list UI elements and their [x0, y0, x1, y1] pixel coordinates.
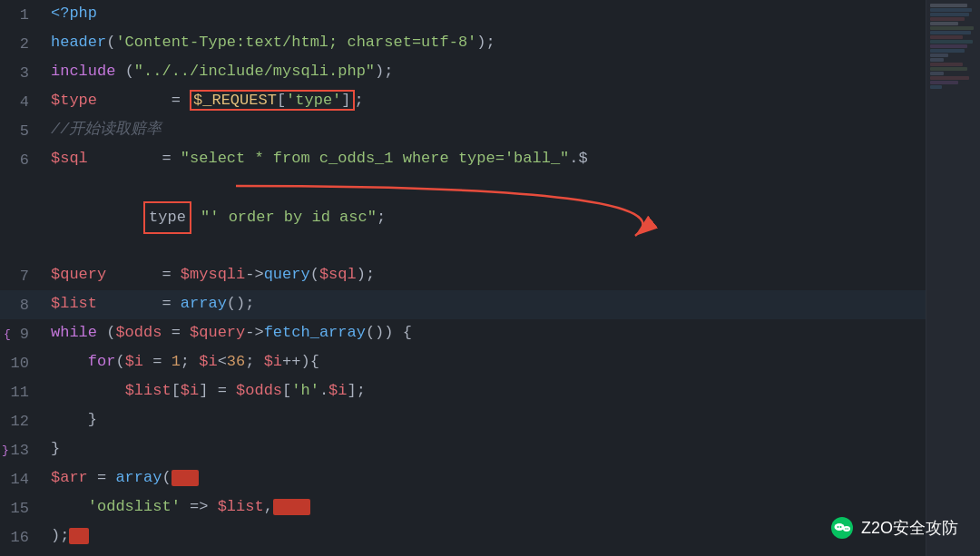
- code-editor: 1 <?php 2 header('Content-Type:text/html…: [0, 0, 980, 556]
- svg-point-7: [847, 528, 848, 530]
- line-number-17: 17: [0, 551, 44, 556]
- line-number-8: 8: [0, 290, 44, 319]
- line-code-11: $list[$i] = $odds['h'.$i];: [44, 377, 980, 406]
- svg-point-5: [839, 526, 841, 528]
- code-table: 1 <?php 2 header('Content-Type:text/html…: [0, 0, 980, 556]
- line-number-10: 10: [0, 348, 44, 377]
- code-line-1: 1 <?php: [0, 0, 980, 29]
- watermark-text: Z2O安全攻防: [861, 517, 958, 539]
- code-line-12: 12 }: [0, 406, 980, 435]
- line-code-17: $json_string = json_encode($arr);: [44, 551, 980, 556]
- svg-point-2: [834, 523, 844, 531]
- line-number-3: 3: [0, 58, 44, 87]
- line-number-7: 7: [0, 261, 44, 290]
- watermark: Z2O安全攻防: [830, 516, 958, 540]
- code-line-11: 11 $list[$i] = $odds['h'.$i];: [0, 377, 980, 406]
- line-number-14: 14: [0, 464, 44, 493]
- svg-point-3: [843, 526, 850, 532]
- line-code-8: $list = array();: [44, 290, 980, 319]
- code-line-13: }13 }: [0, 435, 980, 464]
- line-number-11: 11: [0, 377, 44, 406]
- code-line-17: 17 $json_string = json_encode($arr);: [0, 551, 980, 556]
- line-code-4: $type = $_REQUEST['type'];: [44, 87, 980, 116]
- code-line-8: 8 $list = array();: [0, 290, 980, 319]
- code-line-7: 7 $query = $mysqli->query($sql);: [0, 261, 980, 290]
- code-line-4: 4 $type = $_REQUEST['type'];: [0, 87, 980, 116]
- code-line-6: 6 $sql = "select * from c_odds_1 where t…: [0, 145, 980, 174]
- redacted-block-3: [69, 528, 89, 544]
- minimap: [926, 0, 980, 556]
- code-line-6-cont: type "' order by id asc";: [0, 174, 980, 261]
- line-code-10: for($i = 1; $i<36; $i++){: [44, 348, 980, 377]
- line-number-16: 16: [0, 522, 44, 551]
- redacted-block-1: [172, 470, 200, 486]
- line-code-5: //开始读取赔率: [44, 116, 980, 145]
- line-code-14: $arr = array(: [44, 464, 980, 493]
- line-code-9: while ($odds = $query->fetch_array()) {: [44, 319, 980, 348]
- code-line-5: 5 //开始读取赔率: [0, 116, 980, 145]
- code-line-14: 14 $arr = array(: [0, 464, 980, 493]
- line-code-6-cont: type "' order by id asc";: [44, 174, 980, 261]
- line-code-13: }: [44, 435, 980, 464]
- line-number-6: 6: [0, 145, 44, 174]
- line-number-15: 15: [0, 493, 44, 522]
- line-code-12: }: [44, 406, 980, 435]
- line-number-12: 12: [0, 406, 44, 435]
- line-number-2: 2: [0, 29, 44, 58]
- line-number-13: }13: [0, 435, 44, 464]
- line-code-6: $sql = "select * from c_odds_1 where typ…: [44, 145, 980, 174]
- code-line-9: {9 while ($odds = $query->fetch_array())…: [0, 319, 980, 348]
- redacted-block-2: [273, 499, 310, 515]
- code-line-2: 2 header('Content-Type:text/html; charse…: [0, 29, 980, 58]
- code-line-3: 3 include ("../../include/mysqli.php");: [0, 58, 980, 87]
- line-number-4: 4: [0, 87, 44, 116]
- svg-point-6: [845, 528, 847, 530]
- line-code-1: <?php: [44, 0, 980, 29]
- line-code-7: $query = $mysqli->query($sql);: [44, 261, 980, 290]
- line-number-6-cont: [0, 174, 44, 261]
- line-number-5: 5: [0, 116, 44, 145]
- line-number-9: {9: [0, 319, 44, 348]
- wechat-icon: [830, 516, 854, 540]
- code-line-10: 10 for($i = 1; $i<36; $i++){: [0, 348, 980, 377]
- line-number-1: 1: [0, 0, 44, 29]
- line-code-3: include ("../../include/mysqli.php");: [44, 58, 980, 87]
- line-code-2: header('Content-Type:text/html; charset=…: [44, 29, 980, 58]
- svg-point-4: [837, 526, 838, 528]
